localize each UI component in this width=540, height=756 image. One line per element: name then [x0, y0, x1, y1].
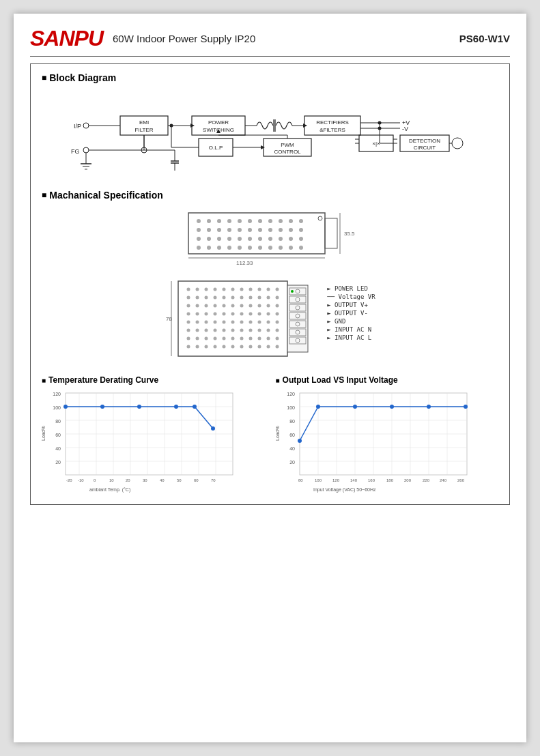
svg-point-68 [197, 219, 201, 223]
content-box: Block Diagram I/P FG EMI FILTER [30, 63, 510, 505]
label-output-vminus: ► OUTPUT V- [327, 310, 375, 317]
svg-point-75 [268, 219, 272, 223]
svg-text:O.L.P: O.L.P [208, 145, 222, 151]
front-view-wrapper: 78 ► POWER LED ── Voltage VR ► OUTPUT V+… [165, 274, 375, 363]
svg-point-295 [353, 405, 357, 409]
svg-point-198 [214, 345, 217, 349]
svg-point-151 [187, 312, 190, 316]
svg-point-105 [238, 246, 242, 250]
svg-point-137 [258, 296, 261, 300]
svg-text:-20: -20 [66, 478, 72, 482]
svg-point-104 [227, 246, 231, 250]
svg-point-132 [214, 296, 217, 300]
svg-point-143 [214, 304, 217, 308]
svg-point-92 [217, 237, 221, 241]
page: SANPU 60W Indoor Power Supply IP20 PS60-… [14, 14, 526, 742]
header-left: SANPU 60W Indoor Power Supply IP20 [30, 27, 255, 49]
svg-point-176 [214, 329, 217, 332]
svg-text:30: 30 [143, 478, 147, 482]
svg-text:200: 200 [404, 478, 412, 482]
svg-point-162 [187, 321, 190, 324]
svg-point-125 [249, 288, 253, 291]
svg-point-4 [83, 147, 89, 153]
svg-point-81 [217, 228, 221, 232]
svg-point-255 [63, 405, 68, 409]
svg-text:240: 240 [440, 478, 447, 482]
block-diagram-svg-wrap: I/P FG EMI FILTER POWER S [42, 89, 498, 177]
svg-point-258 [174, 405, 178, 409]
svg-point-166 [223, 321, 226, 324]
svg-text:50: 50 [177, 478, 182, 482]
svg-point-139 [276, 296, 279, 300]
svg-point-84 [248, 228, 252, 232]
svg-point-111 [299, 246, 303, 250]
svg-point-161 [276, 312, 279, 316]
svg-text:CONTROL: CONTROL [274, 149, 301, 155]
svg-point-171 [267, 321, 270, 324]
svg-point-294 [316, 405, 320, 409]
svg-point-133 [223, 296, 226, 300]
svg-point-177 [223, 329, 226, 332]
svg-point-197 [205, 345, 208, 349]
temp-derating-svg: 120 100 80 60 40 20 -20 -10 0 10 20 30 4… [42, 388, 240, 493]
block-diagram-title: Block Diagram [42, 72, 498, 83]
block-diagram-svg: I/P FG EMI FILTER POWER S [66, 89, 475, 177]
svg-point-181 [258, 329, 261, 332]
svg-point-145 [231, 304, 235, 308]
svg-point-298 [464, 405, 468, 409]
svg-point-96 [258, 237, 262, 241]
svg-text:60: 60 [289, 433, 295, 437]
svg-point-147 [249, 304, 253, 308]
svg-point-131 [205, 296, 208, 300]
svg-text:CIRCUIT: CIRCUIT [413, 145, 436, 151]
temp-derating-title: Temperature Derating Curve [42, 375, 265, 385]
svg-point-109 [279, 246, 283, 250]
svg-point-90 [197, 237, 201, 241]
label-voltage-vr: ── Voltage VR [327, 293, 375, 300]
svg-text:100: 100 [315, 478, 322, 482]
svg-point-154 [214, 312, 217, 316]
svg-point-157 [240, 312, 244, 316]
svg-point-204 [267, 345, 270, 349]
svg-point-173 [187, 329, 190, 332]
svg-text:-V: -V [402, 126, 408, 132]
svg-text:0: 0 [94, 478, 96, 482]
svg-point-74 [258, 219, 262, 223]
svg-point-179 [240, 329, 244, 332]
svg-point-86 [268, 228, 272, 232]
svg-point-152 [196, 312, 199, 316]
svg-point-70 [217, 219, 221, 223]
front-view-drawing: 78 [165, 274, 322, 363]
svg-point-98 [279, 237, 283, 241]
svg-point-158 [249, 312, 253, 316]
logo-pu: PU [74, 26, 103, 50]
svg-point-260 [211, 426, 215, 431]
svg-point-136 [249, 296, 253, 300]
svg-point-141 [196, 304, 199, 308]
svg-point-189 [231, 337, 235, 340]
mech-drawings: 35.5 112.33 [42, 206, 498, 363]
svg-point-129 [187, 296, 190, 300]
svg-text:EMI: EMI [139, 119, 148, 126]
svg-point-170 [258, 321, 261, 324]
svg-text:140: 140 [350, 478, 358, 482]
product-title: 60W Indoor Power Supply IP20 [113, 33, 255, 44]
svg-point-183 [276, 329, 279, 332]
svg-point-155 [223, 312, 226, 316]
svg-point-146 [240, 304, 244, 308]
svg-text:180: 180 [386, 478, 394, 482]
svg-point-85 [258, 228, 262, 232]
svg-point-88 [289, 228, 293, 232]
svg-point-78 [299, 219, 303, 223]
svg-point-160 [267, 312, 270, 316]
output-load-chart: Output Load VS Input Voltage [276, 375, 499, 496]
svg-text:&FILTERS: &FILTERS [319, 127, 345, 133]
svg-point-97 [268, 237, 272, 241]
svg-point-192 [258, 337, 261, 340]
svg-text:160: 160 [368, 478, 375, 482]
svg-point-77 [289, 219, 293, 223]
svg-point-45 [452, 138, 463, 149]
svg-marker-9 [190, 123, 195, 128]
svg-point-69 [207, 219, 211, 223]
svg-point-91 [207, 237, 211, 241]
